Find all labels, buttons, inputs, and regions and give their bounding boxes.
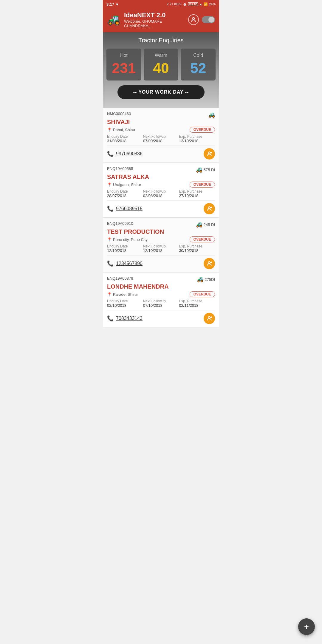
tractor-model: 🚜 575 DI [196, 166, 215, 173]
next-followup-value: 07/09/2018 [143, 139, 179, 143]
tractor-icon: 🚜 [196, 166, 202, 173]
add-contact-button[interactable] [204, 148, 215, 160]
toggle-switch[interactable] [202, 16, 215, 23]
enquiry-location-row: 📍 Pune city, Pune City OVERDUE [107, 236, 215, 242]
time-display: 3:17 [106, 2, 114, 7]
enquiry-name: SHIVAJI [107, 119, 215, 126]
phone-row: 📞 9970690836 [107, 145, 215, 162]
enquiry-item[interactable]: ENQ19A00585 🚜 575 DI SATRAS ALKA 📍 Uralg… [103, 163, 219, 218]
heart-icon: ♥ [116, 2, 118, 7]
exp-purchase-label: Exp. Purchase [179, 134, 215, 139]
phone-left: 📞 7083433143 [107, 315, 143, 322]
exp-purchase-label: Exp. Purchase [179, 244, 215, 248]
phone-left: 📞 9970690836 [107, 151, 143, 157]
phone-row: 📞 7083433143 [107, 310, 215, 327]
phone-left: 📞 1234567890 [107, 260, 143, 267]
tractor-icon: 🚜 [208, 112, 215, 118]
enquiry-date-value: 28/07/2018 [107, 193, 143, 198]
app-name: IdeaNEXT 2.0 [124, 11, 188, 19]
wifi-icon: ▲ [199, 2, 202, 6]
warm-value: 40 [146, 60, 176, 76]
phone-icon: 📞 [107, 151, 114, 157]
exp-purchase-value: 30/10/2018 [179, 248, 215, 253]
warm-label: Warm [146, 53, 176, 58]
phone-left: 📞 9766089515 [107, 205, 143, 212]
enquiry-item[interactable]: ENQ19A00878 🚜 275DI LONDHE MAHENDRA 📍 Ka… [103, 273, 219, 327]
location-pin-icon: 📍 [107, 128, 112, 132]
enquiry-location-row: 📍 Uralgaon, Shirur OVERDUE [107, 182, 215, 188]
exp-purchase-col: Exp. Purchase 13/10/2018 [179, 134, 215, 143]
hot-stat-card[interactable]: Hot 231 [106, 49, 141, 80]
dates-row: Enquiry Date 28/07/2018 Next Followup 02… [107, 189, 215, 198]
phone-number[interactable]: 9766089515 [116, 206, 143, 211]
next-followup-col: Next Followup 07/10/2018 [143, 299, 179, 308]
enquiry-date-label: Enquiry Date [107, 244, 143, 248]
alarm-icon: ⏰ [183, 2, 187, 6]
tractor-model: 🚜 245 DI [196, 221, 215, 228]
overdue-badge: OVERDUE [190, 236, 215, 242]
enquiry-name: TEST PRODUCTION [107, 228, 215, 235]
profile-button[interactable] [188, 14, 199, 25]
next-followup-label: Next Followup [143, 189, 179, 193]
enquiry-date-value: 12/10/2018 [107, 248, 143, 253]
location-text: 📍 Karade, Shirur [107, 292, 138, 297]
enquiry-top-row: ENQ19A00585 🚜 575 DI [107, 166, 215, 173]
enquiry-name: LONDHE MAHENDRA [107, 283, 215, 290]
enquiry-date-col: Enquiry Date 02/10/2018 [107, 299, 143, 308]
phone-icon: 📞 [107, 315, 114, 322]
enquiry-name: SATRAS ALKA [107, 174, 215, 180]
data-speed: 2.71 KB/S [167, 2, 182, 6]
app-header: 🚜 IdeaNEXT 2.0 Welcome, GHUMARE CHANDRAK… [103, 8, 219, 32]
enquiry-item[interactable]: ENQ19A00910 🚜 245 DI TEST PRODUCTION 📍 P… [103, 218, 219, 273]
enquiry-id: ENQ19A00910 [107, 221, 133, 226]
dates-row: Enquiry Date 31/08/2018 Next Followup 07… [107, 134, 215, 143]
cold-label: Cold [183, 53, 213, 58]
enquiry-date-label: Enquiry Date [107, 134, 143, 139]
tractor-model: 🚜 275DI [197, 276, 215, 283]
tractor-logo-icon: 🚜 [107, 13, 120, 26]
enquiry-top-row: ENQ19A00878 🚜 275DI [107, 276, 215, 283]
header-right [188, 14, 215, 25]
overdue-badge: OVERDUE [190, 291, 215, 297]
enquiry-list: NMC0000460 🚜 SHIVAJI 📍 Pabal, Shirur OVE… [103, 108, 219, 327]
svg-point-0 [192, 18, 194, 20]
enquiry-date-col: Enquiry Date 31/08/2018 [107, 134, 143, 143]
add-contact-button[interactable] [204, 313, 215, 324]
cold-stat-card[interactable]: Cold 52 [181, 49, 216, 80]
location-pin-icon: 📍 [107, 237, 112, 242]
exp-purchase-col: Exp. Purchase 27/10/2018 [179, 189, 215, 198]
stats-row: Hot 231 Warm 40 Cold 52 [106, 49, 216, 80]
tractor-model: 🚜 [208, 112, 215, 118]
enquiry-date-label: Enquiry Date [107, 299, 143, 303]
location-text: 📍 Pune city, Pune City [107, 237, 148, 242]
enquiry-location-row: 📍 Pabal, Shirur OVERDUE [107, 127, 215, 133]
next-followup-value: 12/10/2018 [143, 248, 179, 253]
warm-stat-card[interactable]: Warm 40 [144, 49, 179, 80]
add-contact-button[interactable] [204, 258, 215, 269]
overdue-badge: OVERDUE [190, 182, 215, 188]
workday-button[interactable]: -- YOUR WORK DAY -- [117, 85, 205, 99]
add-contact-button[interactable] [204, 203, 215, 214]
location-pin-icon: 📍 [107, 182, 112, 187]
enquiry-location-row: 📍 Karade, Shirur OVERDUE [107, 291, 215, 297]
exp-purchase-value: 27/10/2018 [179, 193, 215, 198]
phone-icon: 📞 [107, 260, 114, 267]
enquiry-date-col: Enquiry Date 28/07/2018 [107, 189, 143, 198]
phone-number[interactable]: 7083433143 [116, 316, 143, 321]
status-right: 2.71 KB/S ⏰ VoLTE ▲ 📶 24% [167, 2, 216, 6]
exp-purchase-col: Exp. Purchase 02/11/2018 [179, 299, 215, 308]
enquiry-top-row: NMC0000460 🚜 [107, 112, 215, 118]
phone-number[interactable]: 1234567890 [116, 261, 143, 266]
next-followup-col: Next Followup 02/08/2018 [143, 189, 179, 198]
hot-label: Hot [109, 53, 139, 58]
tractor-icon: 🚜 [197, 276, 203, 283]
location-text: 📍 Pabal, Shirur [107, 128, 135, 132]
enquiry-top-row: ENQ19A00910 🚜 245 DI [107, 221, 215, 228]
header-left: 🚜 IdeaNEXT 2.0 Welcome, GHUMARE CHANDRAK… [107, 11, 188, 28]
enquiries-title: Tractor Enquiries [106, 37, 216, 44]
status-bar: 3:17 ♥ 2.71 KB/S ⏰ VoLTE ▲ 📶 24% [103, 0, 219, 8]
phone-number[interactable]: 9970690836 [116, 151, 143, 157]
enquiry-item[interactable]: NMC0000460 🚜 SHIVAJI 📍 Pabal, Shirur OVE… [103, 108, 219, 163]
svg-point-4 [208, 207, 210, 209]
enquiry-date-label: Enquiry Date [107, 189, 143, 193]
